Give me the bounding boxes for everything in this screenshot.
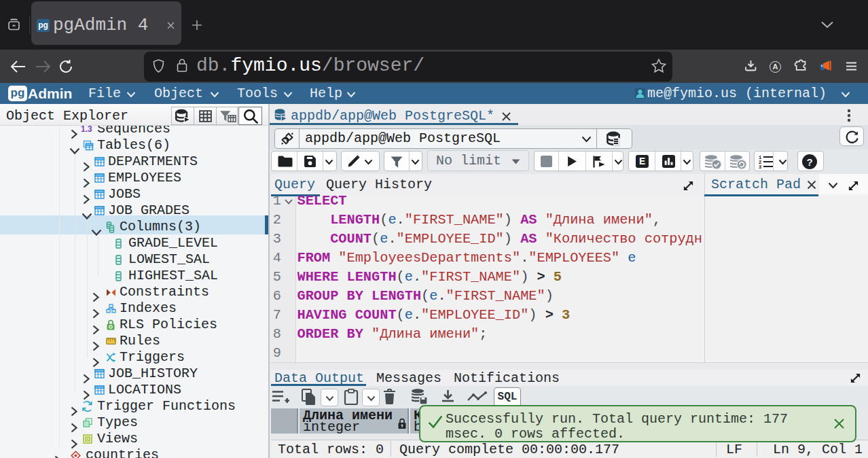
svg-text:3: 3 xyxy=(759,164,761,170)
svg-text:E: E xyxy=(639,156,645,166)
svg-text:?: ? xyxy=(806,156,812,168)
